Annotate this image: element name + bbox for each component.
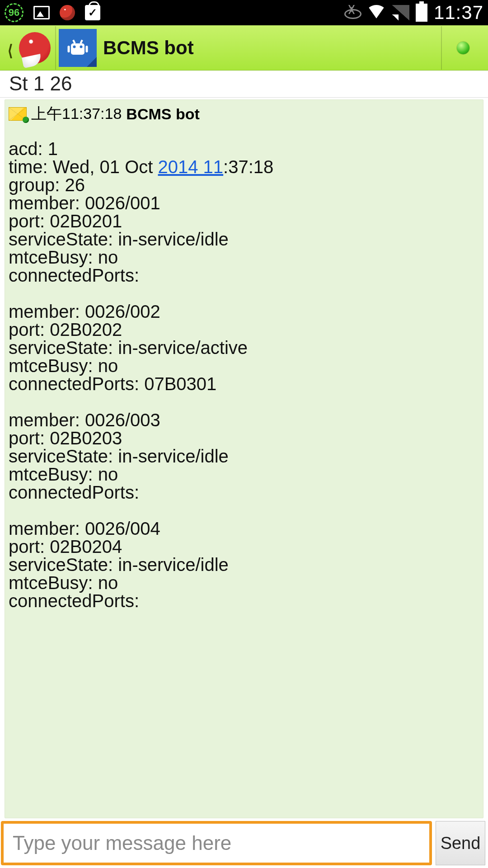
- chat-title: BCMS bot: [103, 37, 194, 59]
- mail-icon: [9, 107, 27, 121]
- message-link[interactable]: 2014 11: [158, 157, 224, 177]
- svg-point-1: [73, 45, 76, 48]
- back-button[interactable]: ‹: [7, 27, 14, 69]
- compose-bar: Send: [0, 818, 488, 868]
- svg-point-2: [80, 45, 83, 48]
- message-timestamp: 上午11:37:18: [31, 104, 122, 124]
- status-time: 11:37: [434, 2, 483, 24]
- android-status-bar: 96 11:37: [0, 0, 488, 25]
- presence-indicator-area[interactable]: [441, 26, 484, 70]
- message-text-post: :37:18 group: 26 member: 0026/001 port: …: [9, 157, 273, 611]
- globe-notification-icon: [60, 5, 75, 20]
- svg-rect-0: [71, 43, 84, 55]
- svg-line-6: [80, 40, 82, 43]
- message-text-pre: acd: 1 time: Wed, 01 Oct: [9, 139, 158, 177]
- presence-online-icon: [457, 42, 469, 54]
- svg-line-5: [73, 40, 75, 43]
- svg-rect-3: [68, 46, 70, 52]
- chat-header: ‹ BCMS bot: [0, 25, 488, 71]
- image-notification-icon: [33, 6, 50, 19]
- smart-stay-icon: [343, 4, 361, 22]
- message-sender: BCMS bot: [126, 105, 199, 123]
- shopping-done-icon: [85, 5, 100, 20]
- globe-bulb-icon: [19, 32, 51, 64]
- chat-scroll-area[interactable]: 上午11:37:18 BCMS bot acd: 1 time: Wed, 01…: [0, 98, 488, 818]
- message-input[interactable]: [1, 821, 432, 865]
- date-header: St 1 26: [0, 71, 488, 98]
- android-bot-icon: [64, 34, 91, 61]
- incoming-message[interactable]: 上午11:37:18 BCMS bot acd: 1 time: Wed, 01…: [5, 99, 483, 818]
- notification-badge-icon: 96: [5, 3, 23, 22]
- contact-avatar[interactable]: [59, 29, 97, 67]
- message-body: acd: 1 time: Wed, 01 Oct 2014 11:37:18 g…: [9, 140, 479, 610]
- svg-rect-4: [86, 46, 88, 52]
- cell-signal-icon: [392, 5, 409, 20]
- app-icon[interactable]: [17, 30, 52, 66]
- send-button[interactable]: Send: [436, 821, 485, 865]
- header-separator: [55, 26, 56, 70]
- battery-icon: [416, 4, 427, 22]
- wifi-icon: [367, 5, 386, 20]
